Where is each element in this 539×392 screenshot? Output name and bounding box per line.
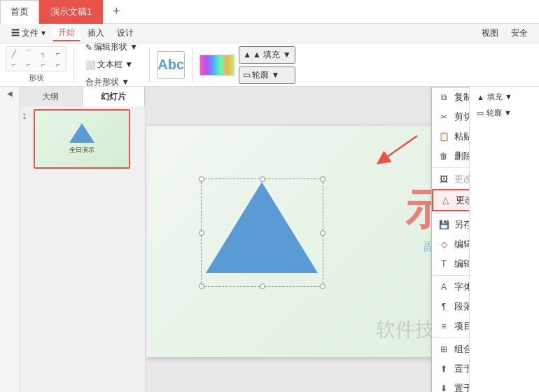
shape-label: 形状 [29,73,44,83]
image-icon: 🖼 [438,174,450,184]
handle-middle-right[interactable] [320,230,326,236]
font-icon: A [438,282,450,292]
ctx-save-image[interactable]: 💾 另存为图片(S)... [432,215,469,234]
color-swatch[interactable] [200,55,234,76]
list-item: 1 全日演示 [22,109,142,169]
ctx-edit-vertex[interactable]: ◇ 编辑顶点(E) [432,234,469,254]
paragraph-icon: ¶ [438,302,450,312]
ctx-group[interactable]: ⊞ 组合(G) ▶ [432,340,469,359]
ctx-separator-3 [432,275,469,276]
panel-tab-slides[interactable]: 幻灯片 [83,87,146,106]
outline-btn[interactable]: ▭ 轮廓 ▼ [239,66,295,84]
to-bottom-icon: ⬇ [438,384,450,392]
tab-security[interactable]: 安全 [505,26,533,41]
shape-cell[interactable]: ┐ [37,48,50,58]
cut-icon: ✂ [438,112,450,122]
fill-right-label: 填充 ▼ [487,92,512,102]
outline-icon: ▭ [243,70,251,80]
slide-canvas: 示 副标题 软件技巧 [146,126,468,357]
ctx-copy[interactable]: ⧉ 复制(C) Ctrl+C [432,88,469,107]
ctx-separator-4 [432,337,469,338]
shape-cell[interactable]: ⌐ [52,59,64,69]
handle-bottom-right[interactable] [320,284,326,289]
panel-tab-outline[interactable]: 大纲 [20,87,83,106]
tab-file[interactable]: ☰ 文件 ▾ [6,26,51,41]
main-area: ◀ 大纲 幻灯片 1 全日演示 [0,87,539,392]
new-tab-button[interactable]: + [106,1,127,22]
slide-panel: 大纲 幻灯片 1 全日演示 [20,87,146,392]
ctx-delete[interactable]: 🗑 删除(D) [432,146,469,166]
handle-middle-left[interactable] [199,230,204,236]
fill-icon: ▲ [243,50,251,59]
ctx-cut[interactable]: ✂ 剪切(T) Ctrl+X [432,107,469,127]
slide-thumbnail[interactable]: 全日演示 [34,109,130,169]
shape-cell[interactable]: ⌐ [8,59,20,69]
collapse-arrow[interactable]: ◀ [7,90,13,97]
handle-bottom-left[interactable] [199,284,204,289]
fill-outline: ▲ ▲ 填充 ▼ ▭ 轮廓 ▼ [239,46,295,84]
shape-cell[interactable]: ⌐ [52,48,64,58]
outline-right-btn[interactable]: ▭ 轮廓 ▼ [472,106,536,120]
ctx-bring-front[interactable]: ⬆ 置于顶层(U) ▶ [432,359,469,379]
tab-insert[interactable]: 插入 [82,26,110,41]
title-bar: 首页 演示文稿1 + [0,0,539,24]
tab-view[interactable]: 视图 [476,26,504,41]
mini-triangle-icon [69,123,94,143]
outline-right-icon: ▭ [477,108,484,118]
divider-1 [74,48,74,83]
handle-top-right[interactable] [320,176,326,182]
edit-text-icon: T [438,259,450,269]
tab-start[interactable]: 开始 [52,26,80,41]
shape-cell[interactable]: ⌐ [22,59,35,69]
canvas-area[interactable]: 示 副标题 软件技巧 ⧉ 复制(C) Ctrl+C ✂ 剪切(T) Ctrl+X… [146,87,469,392]
shape-icon: △ [439,195,451,205]
fill-right-btn[interactable]: ▲ 填充 ▼ [472,90,536,104]
ctx-paste[interactable]: 📋 粘贴(P) Ctrl+V [432,127,469,146]
handle-bottom-middle[interactable] [260,284,265,289]
fill-right-icon: ▲ [477,93,484,102]
handle-top-left[interactable] [199,176,204,182]
outline-right-label: 轮廓 ▼ [486,108,512,118]
save-image-icon: 💾 [438,220,450,230]
text-box-btn[interactable]: ⬜ 文本框 ▼ [81,57,142,72]
ctx-font[interactable]: A 字体(F)... [432,277,469,297]
ribbon-main: ╱ ⌒ ┐ ⌐ ⌐ ⌐ ⌐ ⌐ 形状 ✎ 编辑形状 ▼ ⬜ 文本框 ▼ 合并形状… [0,43,539,87]
doc-tab[interactable]: 演示文稿1 [39,0,103,24]
copy-icon: ⧉ [438,92,450,102]
edit-shape-btn[interactable]: ✎ 编辑形状 ▼ [81,40,142,55]
shape-cell[interactable]: ⌐ [37,59,50,69]
paste-icon: 📋 [438,132,450,141]
ctx-bullets[interactable]: ≡ 项目符号和编号(B)... [432,316,469,336]
shape-row-1: ╱ ⌒ ┐ ⌐ [8,48,64,58]
divider-3 [192,48,192,83]
ctx-separator-1 [432,167,469,168]
handle-top-middle[interactable] [260,176,265,182]
shape-cell[interactable]: ╱ [8,48,20,58]
shape-cell[interactable]: ⌒ [22,48,35,58]
text-box-icon: ⬜ [85,60,96,70]
mini-slide-text: 全日演示 [69,146,94,155]
shape-row-2: ⌐ ⌐ ⌐ ⌐ [8,59,64,69]
abc-button[interactable]: Abc [157,51,185,79]
tab-design[interactable]: 设计 [111,26,139,41]
edit-vertex-icon: ◇ [438,239,450,249]
fill-btn[interactable]: ▲ ▲ 填充 ▼ [239,46,295,64]
ctx-paragraph[interactable]: ¶ 段落(P)... [432,297,469,316]
shape-palette: ╱ ⌒ ┐ ⌐ ⌐ ⌐ ⌐ ⌐ [6,46,66,71]
ctx-edit-text[interactable]: T 编辑文字(X) [432,254,469,274]
home-tab[interactable]: 首页 [0,0,39,24]
ctx-change-image[interactable]: 🖼 更改图片(J)... [432,169,469,189]
right-panel: ▲ 填充 ▼ ▭ 轮廓 ▼ [469,87,539,392]
sidebar: ◀ [0,87,20,392]
ctx-change-shape[interactable]: △ 更改形状(N) ▶ [432,189,469,211]
ctx-send-back[interactable]: ⬇ 置于底层(K) ▶ [432,379,469,392]
panel-tabs: 大纲 幻灯片 [20,87,145,106]
delete-icon: 🗑 [438,151,450,161]
shape-tools: ✎ 编辑形状 ▼ ⬜ 文本框 ▼ 合并形状 ▼ [81,40,142,90]
context-menu: ⧉ 复制(C) Ctrl+C ✂ 剪切(T) Ctrl+X 📋 粘贴(P) Ct… [431,87,469,392]
bullets-icon: ≡ [438,321,450,331]
slide-thumb-inner: 全日演示 [35,111,129,167]
divider-2 [149,48,150,83]
slide-number: 1 [22,112,31,120]
shape-palette-area: ╱ ⌒ ┐ ⌐ ⌐ ⌐ ⌐ ⌐ 形状 [6,46,66,83]
